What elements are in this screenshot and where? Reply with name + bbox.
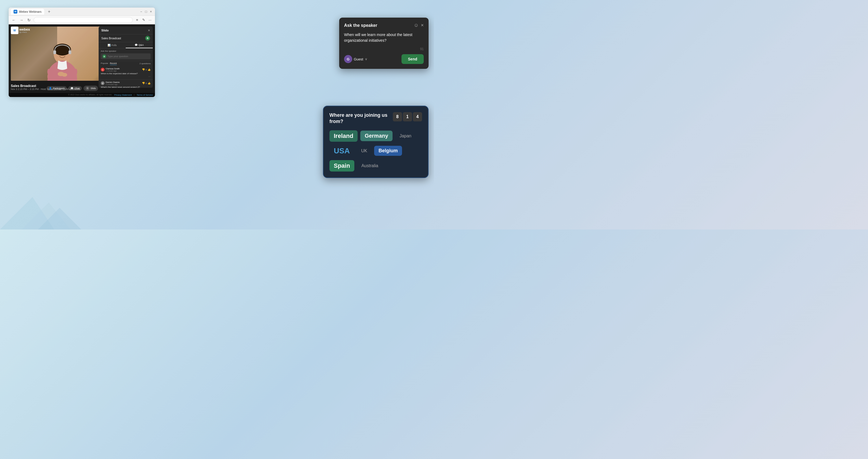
ask-panel-header: Ask the speaker ☺ × xyxy=(344,23,424,28)
country-australia[interactable]: Australia xyxy=(357,161,382,171)
slido-q-name-1: Clarissa Smith xyxy=(106,67,120,70)
slido-ask-area: Ask the speaker B Type your question xyxy=(99,49,153,61)
slido-tabs: 📊 Polls 💬 Q&A xyxy=(99,42,153,49)
slido-vote-count-1: 0 xyxy=(146,68,147,71)
country-belgium[interactable]: Belgium xyxy=(374,146,402,156)
joining-title: Where are you joining us from? xyxy=(330,112,390,125)
slido-icon: S xyxy=(86,86,89,90)
ask-panel: Ask the speaker ☺ × When will we learn m… xyxy=(339,18,429,69)
slido-tab-qa[interactable]: 💬 Q&A xyxy=(126,42,153,48)
svg-point-6 xyxy=(62,73,67,77)
chat-button[interactable]: 💬 Chat xyxy=(68,86,82,91)
ask-emoji-button[interactable]: ☺ xyxy=(414,23,418,28)
country-japan[interactable]: Japan xyxy=(395,131,416,141)
slido-q-name-2: Darren Owens xyxy=(106,81,120,84)
ask-guest-selector[interactable]: G Guest ∨ xyxy=(344,55,367,63)
downvote-icon-1[interactable]: 👎 xyxy=(142,68,145,71)
ask-close-button[interactable]: × xyxy=(421,23,424,28)
browser-navbar: ← → ↻ ≡ ✎ ··· xyxy=(9,16,155,24)
slido-q-text-2: What's the latest news around project Z? xyxy=(101,86,151,88)
ask-panel-title: Ask the speaker xyxy=(344,23,377,28)
slido-q-user-2: D Darren Owens 2 minutes ago xyxy=(101,81,120,85)
webex-logo: W webex by cisco xyxy=(11,27,30,34)
slido-ask-label: Ask the speaker xyxy=(101,50,151,52)
upvote-icon-1[interactable]: 👍 xyxy=(148,68,151,71)
webex-logo-icon: W xyxy=(11,27,19,34)
country-germany[interactable]: Germany xyxy=(360,131,393,141)
slido-q-time-1: 1 minute ago xyxy=(106,70,120,72)
webex-footer: © 2022 Cisco and/or its affiliates. All … xyxy=(9,93,155,97)
slido-button[interactable]: S Slido xyxy=(84,86,98,91)
webex-logo-sub: by cisco xyxy=(19,31,30,33)
refresh-button[interactable]: ↻ xyxy=(26,17,32,23)
slido-broadcast-name: Sales Broadcast xyxy=(101,37,121,40)
slido-panel-title: Slido xyxy=(101,29,108,32)
country-uk[interactable]: UK xyxy=(357,146,371,156)
counter-digit-2: 4 xyxy=(413,112,422,121)
back-button[interactable]: ← xyxy=(11,17,17,23)
tab-icon: W xyxy=(13,10,17,13)
slido-q-count: 2 questions xyxy=(140,62,151,65)
webex-content: W webex by cisco xyxy=(9,24,155,97)
slido-q-user-1: C Clarissa Smith 1 minute ago xyxy=(101,67,120,72)
address-bar[interactable] xyxy=(34,17,133,23)
slido-tab-polls[interactable]: 📊 Polls xyxy=(99,42,126,48)
slido-filter-recent[interactable]: Recent xyxy=(110,62,117,65)
video-area xyxy=(11,27,114,81)
svg-rect-3 xyxy=(53,51,56,54)
slido-q-header-1: C Clarissa Smith 1 minute ago 👎 0 👍 xyxy=(101,67,151,72)
ask-question-text: When will we learn more about the latest… xyxy=(344,32,424,43)
slido-vote-count-2: 0 xyxy=(146,82,147,85)
webex-logo-area: W webex by cisco xyxy=(11,27,30,34)
slido-q-text-1: When is the expected date of release? xyxy=(101,72,151,75)
qa-icon: 💬 xyxy=(135,43,137,46)
minimize-button[interactable]: − xyxy=(139,10,143,13)
country-spain[interactable]: Spain xyxy=(330,160,354,172)
browser-tab[interactable]: W Webex Webinars xyxy=(11,9,44,14)
downvote-icon-2[interactable]: 👎 xyxy=(142,82,145,85)
person-silhouette xyxy=(43,29,81,81)
forward-button[interactable]: → xyxy=(19,17,24,23)
slido-q-actions-1: 👎 0 👍 xyxy=(142,68,151,71)
ask-send-button[interactable]: Send xyxy=(402,54,424,64)
slido-ask-input[interactable]: B Type your question xyxy=(101,53,151,59)
privacy-link[interactable]: Privacy Statement xyxy=(114,94,132,96)
close-button[interactable]: × xyxy=(149,10,153,13)
window-controls: − □ × xyxy=(139,10,153,13)
slido-close-button[interactable]: × xyxy=(148,28,150,32)
slido-ask-placeholder: Type your question xyxy=(107,55,128,58)
joining-header: Where are you joining us from? 8 1 4 xyxy=(330,112,422,125)
add-tab-button[interactable]: + xyxy=(46,9,52,14)
menu-icon[interactable]: ≡ xyxy=(134,17,140,23)
browser-window: W Webex Webinars + − □ × ← → ↻ ≡ ✎ ··· W… xyxy=(9,8,155,97)
webex-logo-main: webex xyxy=(19,28,30,31)
slido-q-more-1[interactable]: ··· xyxy=(101,75,151,78)
country-usa[interactable]: USA xyxy=(330,145,354,157)
slido-q-avatar-2: D xyxy=(101,81,104,85)
footer-copyright: © 2022 Cisco and/or its affiliates. All … xyxy=(68,94,112,96)
slido-label: Slido xyxy=(91,87,96,90)
ask-char-count: 91 xyxy=(344,47,424,51)
slido-question-1: C Clarissa Smith 1 minute ago 👎 0 👍 When… xyxy=(99,66,153,80)
counter-digit-0: 8 xyxy=(393,112,402,121)
terms-link[interactable]: Terms of Service xyxy=(136,94,153,96)
slido-broadcast-avatar: B xyxy=(145,36,150,41)
more-icon[interactable]: ··· xyxy=(147,17,153,23)
upvote-icon-2[interactable]: 👍 xyxy=(148,82,151,85)
qa-label: Q&A xyxy=(138,43,144,46)
maximize-button[interactable]: □ xyxy=(144,10,148,13)
decorative-triangles xyxy=(0,175,81,230)
country-ireland[interactable]: Ireland xyxy=(330,130,358,142)
svg-point-2 xyxy=(54,43,71,56)
polls-chart-icon: 📊 xyxy=(107,44,111,47)
edit-icon[interactable]: ✎ xyxy=(141,17,146,23)
video-person xyxy=(11,27,114,81)
polls-label: Polls xyxy=(111,44,117,47)
tab-title: Webex Webinars xyxy=(19,10,41,13)
participant-icon: 👤 xyxy=(49,87,52,90)
webex-action-bar: 👤 Participant 💬 Chat S Slido xyxy=(46,86,98,91)
participant-button[interactable]: 👤 Participant xyxy=(46,86,67,91)
slido-filter-popular[interactable]: Popular xyxy=(101,62,108,65)
chat-label: Chat xyxy=(74,87,80,90)
webex-logo-text: webex by cisco xyxy=(19,28,30,33)
